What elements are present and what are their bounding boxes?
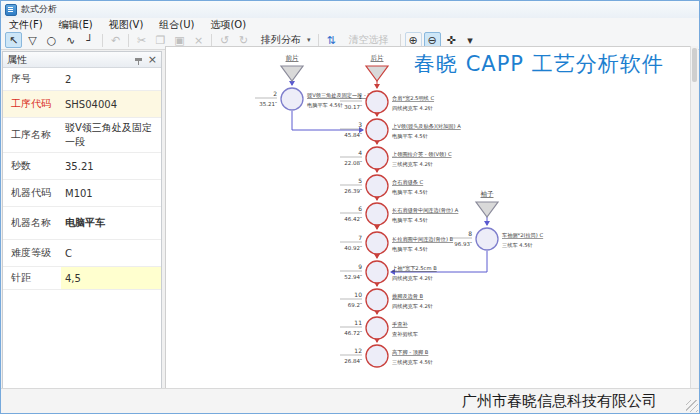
node-seconds: 46.42″ <box>344 216 362 222</box>
company-name: 广州市春晓信息科技有限公司 <box>462 392 657 411</box>
process-node-5[interactable] <box>366 175 388 197</box>
status-bar: 广州市春晓信息科技有限公司 <box>1 388 699 413</box>
pin-icon[interactable] <box>135 58 142 61</box>
node-machine: 电脑平车 4.5针 <box>392 246 429 252</box>
menu-item-2[interactable]: 视图(V) <box>101 18 152 31</box>
curve-tool-icon[interactable]: ∿ <box>62 32 79 48</box>
node-process-name: 长右肩缝骨中间连边(骨位) A <box>392 207 459 214</box>
material-triangle-front[interactable] <box>281 66 303 81</box>
node-number: 9 <box>358 263 362 270</box>
circle-tool-icon[interactable]: ○ <box>43 32 60 48</box>
node-number: 4 <box>358 149 362 156</box>
node-process-name: 合右肩缝条 C <box>392 179 424 186</box>
property-row-7[interactable]: 针距4,5 <box>3 267 161 290</box>
property-value[interactable]: SHS04004 <box>61 91 161 117</box>
property-label: 机器名称 <box>3 207 61 239</box>
window-title: 款式分析 <box>21 3 57 16</box>
property-label: 难度等级 <box>3 240 61 266</box>
node-process-name: 上袖*宽下2.5cm B <box>392 265 437 272</box>
node-machine: 三线拷克车 4.2针 <box>392 161 434 168</box>
node-machine: 电脑平车 4.5针 <box>392 189 429 195</box>
branch-label-sleeve: 袖子 <box>481 190 495 198</box>
node-machine: 电脑平车 4.5针 <box>392 133 429 139</box>
node-process-name: 长拉肩圈中间连边(骨位) B <box>392 236 454 243</box>
menu-item-0[interactable]: 文件(F) <box>1 18 51 31</box>
node-process-name: 车袖侧*2(拉筒) C <box>502 232 544 239</box>
property-row-4[interactable]: 机器代码M101 <box>3 180 161 207</box>
process-flowchart: 前片后片袖子235.21″驳V领三角处及固定一段 - 驳 C电脑平车 4.5针1… <box>166 47 692 390</box>
property-value[interactable]: C <box>61 240 161 266</box>
property-value[interactable]: 驳V领三角处及固定一段 <box>61 118 161 152</box>
scrollbar-thumb[interactable] <box>692 48 697 82</box>
node-number: 8 <box>468 230 472 237</box>
node-seconds: 35.21″ <box>259 101 277 107</box>
toolbar-separator <box>400 34 401 47</box>
process-node-4[interactable] <box>366 147 388 169</box>
toolbar-separator <box>128 34 129 47</box>
title-bar: 款式分析 <box>1 1 699 18</box>
node-process-name: 上V领(驳头及贴条)(对加固) A <box>392 123 461 130</box>
property-row-1[interactable]: 工序代码SHS04004 <box>3 91 161 118</box>
property-row-3[interactable]: 秒数35.21 <box>3 153 161 180</box>
node-process-name: 合肩*宽2.5明线 C <box>392 95 434 102</box>
node-seconds: 69.2″ <box>348 302 362 308</box>
node-number: 12 <box>354 347 362 354</box>
process-node-11[interactable] <box>366 317 388 339</box>
node-number: 5 <box>358 177 362 184</box>
property-row-0[interactable]: 序号2 <box>3 68 161 91</box>
connector-tool-icon[interactable]: ┘ <box>81 32 98 48</box>
process-node-8[interactable] <box>476 228 498 250</box>
app-watermark: 春晓 CAPP 工艺分析软件 <box>414 50 664 78</box>
menu-item-4[interactable]: 选项(O) <box>202 18 254 31</box>
branch-label-front: 前片 <box>286 54 300 62</box>
material-triangle-sleeve[interactable] <box>476 202 498 217</box>
process-node-1[interactable] <box>366 91 388 113</box>
property-value[interactable]: 电脑平车 <box>61 207 161 239</box>
node-process-name: 上领圈拉介英 - 领(V领) C <box>392 151 452 158</box>
diagram-canvas[interactable]: 春晓 CAPP 工艺分析软件 前片后片袖子235.21″驳V领三角处及固定一段 … <box>165 46 692 390</box>
toolbar-separator <box>102 34 103 47</box>
process-node-7[interactable] <box>366 232 388 254</box>
property-label: 针距 <box>3 267 61 289</box>
flow-elbow-edge <box>292 111 363 130</box>
node-number: 2 <box>273 90 277 97</box>
property-label: 序号 <box>3 68 61 90</box>
properties-panel: 属性 × 序号2工序代码SHS04004工序名称驳V领三角处及固定一段秒数35.… <box>2 51 162 389</box>
process-node-2[interactable] <box>281 88 303 110</box>
property-value[interactable]: M101 <box>61 180 161 206</box>
property-value[interactable]: 35.21 <box>61 153 161 179</box>
process-node-3[interactable] <box>366 119 388 141</box>
close-icon[interactable]: × <box>148 55 157 65</box>
triangle-tool-icon[interactable]: ▽ <box>24 32 41 48</box>
process-node-9[interactable] <box>366 261 388 283</box>
select-tool-icon[interactable]: ↖ <box>5 32 22 48</box>
toolbar-separator <box>211 34 212 47</box>
node-seconds: 96.93″ <box>454 241 472 247</box>
property-label: 工序名称 <box>3 118 61 152</box>
properties-panel-title: 属性 <box>7 53 27 67</box>
menu-item-3[interactable]: 组合(U) <box>151 18 202 31</box>
property-value[interactable]: 2 <box>61 68 161 90</box>
process-node-12[interactable] <box>366 345 388 367</box>
node-seconds: 40.92″ <box>344 245 362 251</box>
property-row-5[interactable]: 机器名称电脑平车 <box>3 207 161 240</box>
property-grid: 序号2工序代码SHS04004工序名称驳V领三角处及固定一段秒数35.21机器代… <box>3 68 161 290</box>
property-row-2[interactable]: 工序名称驳V领三角处及固定一段 <box>3 118 161 153</box>
undo-icon: ↶ <box>107 32 124 48</box>
cut-icon: ✂ <box>133 32 150 48</box>
node-number: 11 <box>354 319 362 326</box>
node-machine: 四线拷克车 4.2针 <box>392 303 434 310</box>
node-process-name: 手查补 <box>392 321 408 327</box>
material-triangle-back[interactable] <box>366 66 388 81</box>
toolbar-separator <box>318 34 319 47</box>
app-icon <box>5 4 17 16</box>
vertical-scrollbar[interactable] <box>690 46 698 390</box>
node-number: 3 <box>358 121 362 128</box>
process-node-6[interactable] <box>366 203 388 225</box>
resize-grip[interactable] <box>686 400 698 412</box>
property-row-6[interactable]: 难度等级C <box>3 240 161 267</box>
property-value[interactable]: 4,5 <box>61 267 161 289</box>
node-seconds: 52.94″ <box>344 274 362 280</box>
menu-item-1[interactable]: 编辑(E) <box>51 18 101 31</box>
process-node-10[interactable] <box>366 289 388 311</box>
